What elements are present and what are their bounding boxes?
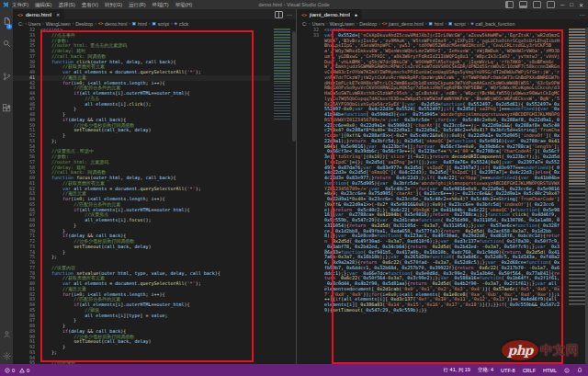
maximize-button[interactable]: □	[570, 2, 573, 7]
tab-label: demo.html	[26, 12, 51, 17]
vscode-logo-icon	[3, 2, 8, 7]
breadcrumb-separator-icon: ›	[309, 21, 311, 26]
breadcrumb-separator-icon: ›	[379, 21, 380, 26]
watermark-text: 中文网	[540, 342, 579, 359]
notifications-bell-icon[interactable]	[577, 367, 582, 373]
breadcrumb-item[interactable]: script	[454, 21, 465, 27]
toggle-panel-icon[interactable]	[519, 1, 527, 8]
more-actions-icon[interactable]: ⋯	[287, 11, 293, 17]
html-file-icon: <>	[98, 21, 103, 26]
obfuscated-code-text: var _0x552d=['nCkXpDkuvAhdI5cowVMdJXbJjc…	[324, 33, 561, 360]
warning-icon	[19, 368, 25, 373]
breadcrumb-item[interactable]: WangLiwen	[330, 21, 355, 27]
breadcrumb-item[interactable]: Desktop	[359, 21, 377, 27]
menu-bar: 文件(F)编辑(E)选择(S)查看(V)转到(G)运行(R)终端(T)帮助(H)	[12, 2, 192, 8]
breadcrumb-separator-icon: ›	[425, 21, 427, 26]
eol-setting[interactable]: CRLF	[523, 368, 536, 373]
breadcrumb-item[interactable]: html	[138, 21, 147, 27]
menu-item[interactable]: 帮助(H)	[175, 2, 193, 8]
breadcrumb-item[interactable]: Users	[312, 21, 325, 27]
title-bar: 文件(F)编辑(E)选择(S)查看(V)转到(G)运行(R)终端(T)帮助(H)…	[0, 0, 588, 9]
breadcrumb-right: C:›Users›WangLiwen›Desktop›<>jiami_demo.…	[297, 19, 588, 28]
more-actions-icon[interactable]: ⋯	[580, 11, 586, 17]
symbol-tag-icon: ▣	[448, 21, 452, 26]
breadcrumb-item[interactable]: WangLiwen	[46, 21, 71, 27]
html-file-icon: <>	[17, 12, 23, 17]
customize-layout-icon[interactable]	[547, 1, 555, 8]
encoding[interactable]: UTF-8	[501, 368, 515, 373]
cursor-position[interactable]: 行 41, 列 19	[444, 367, 470, 373]
code-editor-left[interactable]: 32<script>33 //点击事件34 //参数:35 //outer_ht…	[13, 28, 270, 364]
problems-indicator[interactable]: 0 0	[5, 368, 29, 373]
editor-group-right: <> jiami_demo.html ● ⋯ C:›Users›WangLiwe…	[296, 9, 588, 364]
source-control-icon[interactable]	[0, 66, 13, 86]
breadcrumb-item[interactable]: click	[179, 21, 188, 27]
tab-dirty-icon[interactable]: ●	[355, 12, 357, 17]
code-line-wrapped[interactable]: 33var _0x552d=['nCkXpDkuvAhdI5cowVMdJXbJ…	[297, 33, 561, 360]
php-logo: php	[502, 340, 538, 360]
tab-bar-left: <> demo.html ✕ ⋯	[13, 9, 296, 19]
account-icon[interactable]	[0, 324, 13, 344]
tab-jiami-demo-html[interactable]: <> jiami_demo.html ●	[297, 9, 362, 19]
tab-demo-html[interactable]: <> demo.html ✕	[13, 9, 64, 19]
html-file-icon: <>	[301, 12, 307, 17]
breadcrumb-separator-icon: ›	[129, 21, 130, 26]
toggle-secondary-sidebar-icon[interactable]	[533, 1, 541, 8]
explorer-badge: 1	[6, 24, 12, 29]
tab-close-icon[interactable]: ✕	[56, 12, 60, 17]
menu-item[interactable]: 选择(S)	[58, 2, 74, 8]
close-button[interactable]: ✕	[579, 2, 583, 8]
status-bar: 0 0 行 41, 列 19 空格: 4 UTF-8 CRLF HTML	[0, 364, 588, 376]
breadcrumb-separator-icon: ›	[356, 21, 358, 26]
watermark: php 中文网	[502, 340, 579, 360]
breadcrumb-separator-icon: ›	[95, 21, 96, 26]
menu-item[interactable]: 转到(G)	[105, 2, 122, 8]
menu-item[interactable]: 运行(R)	[129, 2, 146, 8]
toggle-sidebar-icon[interactable]	[505, 1, 514, 8]
breadcrumb-item[interactable]: demo.html	[105, 21, 127, 27]
editor-group-left: <> demo.html ✕ ⋯ C:›Users›WangLiwen›Desk…	[13, 9, 296, 364]
breadcrumb-item[interactable]: call_back_function	[476, 21, 515, 27]
breadcrumb-separator-icon: ›	[42, 21, 44, 26]
error-icon	[5, 368, 10, 373]
language-mode[interactable]: HTML	[543, 368, 557, 373]
breadcrumb-item[interactable]: Users	[28, 21, 41, 27]
breadcrumb-item[interactable]: Desktop	[75, 21, 93, 27]
breadcrumb-separator-icon: ›	[171, 21, 173, 26]
html-file-icon: <>	[382, 21, 387, 26]
breadcrumb-left: C:›Users›WangLiwen›Desktop›<>demo.html›▣…	[13, 19, 296, 28]
tab-bar-right: <> jiami_demo.html ● ⋯	[297, 9, 588, 19]
tab-label: jiami_demo.html	[310, 12, 350, 17]
feedback-icon[interactable]	[564, 368, 570, 373]
window-controls: ─ □ ✕	[505, 1, 588, 8]
minimize-button[interactable]: ─	[560, 2, 564, 7]
editor-actions-right: ⋯	[580, 9, 588, 19]
activity-bar: 1	[0, 9, 13, 364]
minimap-left[interactable]	[272, 28, 292, 364]
minimap-right[interactable]	[567, 28, 587, 364]
breadcrumb-item[interactable]: C:	[302, 21, 307, 27]
line-number: 33	[297, 33, 324, 360]
breadcrumb-separator-icon: ›	[73, 21, 74, 26]
search-icon[interactable]	[0, 33, 13, 53]
explorer-icon[interactable]: 1	[0, 11, 13, 31]
menu-item[interactable]: 文件(F)	[12, 2, 28, 8]
split-editor-icon[interactable]	[275, 11, 283, 18]
settings-gear-icon[interactable]	[0, 346, 13, 366]
breadcrumb-item[interactable]: html	[435, 21, 444, 27]
extensions-icon[interactable]	[0, 97, 13, 118]
breadcrumb-item[interactable]: C:	[18, 21, 23, 27]
indent-setting[interactable]: 空格: 4	[478, 367, 493, 373]
menu-item[interactable]: 查看(V)	[82, 2, 98, 8]
breadcrumb-item[interactable]: jiami_demo.html	[389, 21, 424, 27]
code-editor-right[interactable]: 32<script>33var _0x552d=['nCkXpDkuvAhdI5…	[297, 28, 561, 364]
menu-item[interactable]: 编辑(E)	[35, 2, 51, 8]
menu-item[interactable]: 终端(T)	[153, 2, 169, 8]
breadcrumb-separator-icon: ›	[149, 21, 151, 26]
breadcrumb-separator-icon: ›	[25, 21, 27, 26]
breadcrumb-item[interactable]: script	[158, 21, 169, 27]
symbol-tag-icon: ▣	[428, 21, 432, 26]
symbol-tag-icon: ▣	[152, 21, 155, 26]
breadcrumb-separator-icon: ›	[326, 21, 328, 26]
breadcrumb-separator-icon: ›	[445, 21, 447, 26]
